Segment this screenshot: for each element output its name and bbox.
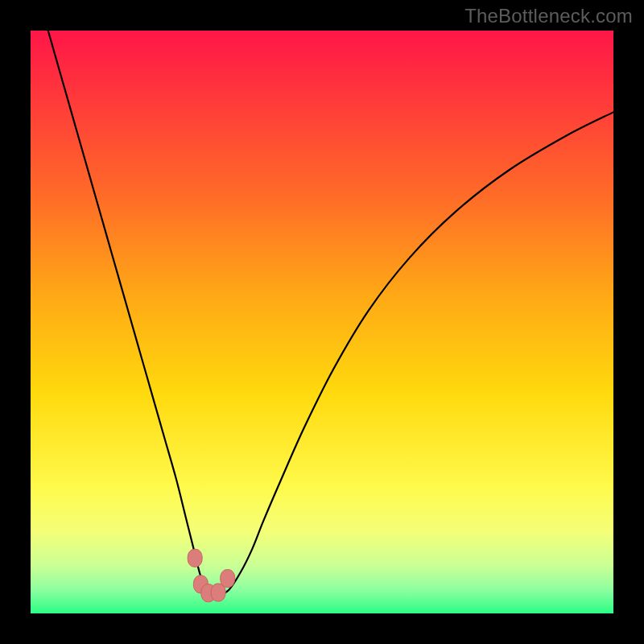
chart-frame: TheBottleneck.com <box>0 0 644 644</box>
plot-area <box>31 31 613 613</box>
curve-marker <box>221 570 235 588</box>
curve-marker <box>188 549 202 567</box>
curve-layer <box>31 31 613 613</box>
watermark-label: TheBottleneck.com <box>464 5 633 27</box>
curve-markers <box>188 549 235 601</box>
bottleneck-curve <box>48 31 613 595</box>
